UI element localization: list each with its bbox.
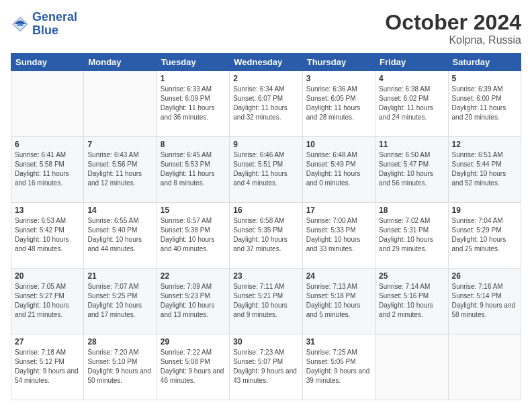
day-info: Sunrise: 7:07 AM Sunset: 5:25 PM Dayligh…	[87, 282, 152, 320]
day-number: 21	[87, 271, 152, 281]
day-info: Sunrise: 7:22 AM Sunset: 5:08 PM Dayligh…	[161, 348, 226, 385]
day-info: Sunrise: 7:05 AM Sunset: 5:27 PM Dayligh…	[15, 282, 80, 320]
calendar-cell: 26Sunrise: 7:16 AM Sunset: 5:14 PM Dayli…	[448, 269, 521, 334]
calendar-cell: 9Sunrise: 6:46 AM Sunset: 5:51 PM Daylig…	[230, 137, 302, 203]
day-number: 14	[87, 205, 152, 215]
day-number: 4	[379, 74, 444, 83]
day-number: 30	[233, 337, 298, 347]
day-number: 18	[379, 205, 444, 215]
calendar-cell	[375, 334, 448, 400]
day-info: Sunrise: 6:55 AM Sunset: 5:40 PM Dayligh…	[87, 216, 152, 254]
page: General Blue October 2024 Kolpna, Russia…	[0, 0, 532, 411]
day-number: 26	[452, 271, 517, 281]
calendar-cell: 15Sunrise: 6:57 AM Sunset: 5:38 PM Dayli…	[157, 203, 229, 269]
calendar-cell	[84, 71, 157, 137]
calendar-week-row: 27Sunrise: 7:18 AM Sunset: 5:12 PM Dayli…	[11, 334, 521, 400]
calendar-cell: 23Sunrise: 7:11 AM Sunset: 5:21 PM Dayli…	[230, 269, 302, 334]
calendar-cell: 30Sunrise: 7:23 AM Sunset: 5:07 PM Dayli…	[230, 334, 302, 400]
day-info: Sunrise: 6:53 AM Sunset: 5:42 PM Dayligh…	[15, 216, 80, 254]
day-number: 24	[306, 271, 371, 281]
day-info: Sunrise: 6:39 AM Sunset: 6:00 PM Dayligh…	[452, 85, 517, 122]
calendar-week-row: 13Sunrise: 6:53 AM Sunset: 5:42 PM Dayli…	[11, 203, 521, 269]
day-info: Sunrise: 6:48 AM Sunset: 5:49 PM Dayligh…	[306, 150, 371, 188]
day-number: 5	[452, 74, 517, 83]
day-info: Sunrise: 7:00 AM Sunset: 5:33 PM Dayligh…	[306, 216, 371, 254]
calendar-cell: 17Sunrise: 7:00 AM Sunset: 5:33 PM Dayli…	[302, 203, 375, 269]
day-info: Sunrise: 6:33 AM Sunset: 6:09 PM Dayligh…	[161, 85, 226, 122]
logo-icon	[11, 15, 30, 34]
calendar-day-header: Monday	[84, 54, 157, 71]
calendar-cell: 3Sunrise: 6:36 AM Sunset: 6:05 PM Daylig…	[302, 71, 375, 137]
day-info: Sunrise: 6:51 AM Sunset: 5:44 PM Dayligh…	[452, 150, 517, 188]
month-title: October 2024	[385, 11, 521, 34]
day-info: Sunrise: 7:02 AM Sunset: 5:31 PM Dayligh…	[379, 216, 444, 254]
day-number: 1	[161, 74, 226, 83]
calendar-table: SundayMondayTuesdayWednesdayThursdayFrid…	[11, 53, 521, 400]
calendar-cell: 22Sunrise: 7:09 AM Sunset: 5:23 PM Dayli…	[157, 269, 229, 334]
day-number: 28	[87, 337, 152, 347]
day-info: Sunrise: 6:34 AM Sunset: 6:07 PM Dayligh…	[233, 85, 298, 122]
calendar-cell: 21Sunrise: 7:07 AM Sunset: 5:25 PM Dayli…	[84, 269, 157, 334]
day-info: Sunrise: 7:25 AM Sunset: 5:05 PM Dayligh…	[306, 348, 371, 385]
logo-line1: General	[32, 11, 77, 24]
calendar-cell: 27Sunrise: 7:18 AM Sunset: 5:12 PM Dayli…	[11, 334, 84, 400]
day-info: Sunrise: 6:36 AM Sunset: 6:05 PM Dayligh…	[306, 85, 371, 122]
day-info: Sunrise: 6:45 AM Sunset: 5:53 PM Dayligh…	[161, 150, 226, 188]
day-number: 10	[306, 140, 371, 149]
calendar-cell: 7Sunrise: 6:43 AM Sunset: 5:56 PM Daylig…	[84, 137, 157, 203]
calendar-cell: 14Sunrise: 6:55 AM Sunset: 5:40 PM Dayli…	[84, 203, 157, 269]
day-number: 31	[306, 337, 371, 347]
day-number: 23	[233, 271, 298, 281]
day-number: 20	[15, 271, 80, 281]
day-info: Sunrise: 6:43 AM Sunset: 5:56 PM Dayligh…	[87, 150, 152, 188]
calendar-cell: 20Sunrise: 7:05 AM Sunset: 5:27 PM Dayli…	[11, 269, 84, 334]
calendar-cell: 28Sunrise: 7:20 AM Sunset: 5:10 PM Dayli…	[84, 334, 157, 400]
calendar-cell: 4Sunrise: 6:38 AM Sunset: 6:02 PM Daylig…	[375, 71, 448, 137]
day-info: Sunrise: 7:18 AM Sunset: 5:12 PM Dayligh…	[15, 348, 80, 385]
day-number: 17	[306, 205, 371, 215]
calendar-week-row: 1Sunrise: 6:33 AM Sunset: 6:09 PM Daylig…	[11, 71, 521, 137]
day-info: Sunrise: 6:58 AM Sunset: 5:35 PM Dayligh…	[233, 216, 298, 254]
day-info: Sunrise: 7:16 AM Sunset: 5:14 PM Dayligh…	[452, 282, 517, 320]
day-number: 8	[161, 140, 226, 149]
calendar-cell: 31Sunrise: 7:25 AM Sunset: 5:05 PM Dayli…	[302, 334, 375, 400]
day-info: Sunrise: 7:04 AM Sunset: 5:29 PM Dayligh…	[452, 216, 517, 254]
day-info: Sunrise: 6:38 AM Sunset: 6:02 PM Dayligh…	[379, 85, 444, 122]
calendar-cell: 13Sunrise: 6:53 AM Sunset: 5:42 PM Dayli…	[11, 203, 84, 269]
day-number: 25	[379, 271, 444, 281]
day-number: 13	[15, 205, 80, 215]
day-number: 12	[452, 140, 517, 149]
day-info: Sunrise: 6:57 AM Sunset: 5:38 PM Dayligh…	[161, 216, 226, 254]
day-number: 3	[306, 74, 371, 83]
calendar-cell: 24Sunrise: 7:13 AM Sunset: 5:18 PM Dayli…	[302, 269, 375, 334]
day-number: 29	[161, 337, 226, 347]
calendar-day-header: Sunday	[11, 54, 84, 71]
day-number: 16	[233, 205, 298, 215]
calendar-cell: 6Sunrise: 6:41 AM Sunset: 5:58 PM Daylig…	[11, 137, 84, 203]
calendar-cell	[11, 71, 84, 137]
calendar-week-row: 20Sunrise: 7:05 AM Sunset: 5:27 PM Dayli…	[11, 269, 521, 334]
day-info: Sunrise: 7:23 AM Sunset: 5:07 PM Dayligh…	[233, 348, 298, 385]
calendar-cell: 19Sunrise: 7:04 AM Sunset: 5:29 PM Dayli…	[448, 203, 521, 269]
day-info: Sunrise: 7:09 AM Sunset: 5:23 PM Dayligh…	[161, 282, 226, 320]
day-info: Sunrise: 6:46 AM Sunset: 5:51 PM Dayligh…	[233, 150, 298, 188]
calendar-cell: 10Sunrise: 6:48 AM Sunset: 5:49 PM Dayli…	[302, 137, 375, 203]
calendar-cell: 29Sunrise: 7:22 AM Sunset: 5:08 PM Dayli…	[157, 334, 229, 400]
day-number: 27	[15, 337, 80, 347]
day-info: Sunrise: 6:50 AM Sunset: 5:47 PM Dayligh…	[379, 150, 444, 188]
day-number: 9	[233, 140, 298, 149]
day-number: 6	[15, 140, 80, 149]
day-number: 19	[452, 205, 517, 215]
location-subtitle: Kolpna, Russia	[385, 34, 521, 46]
calendar-header-row: SundayMondayTuesdayWednesdayThursdayFrid…	[11, 54, 521, 71]
calendar-cell: 8Sunrise: 6:45 AM Sunset: 5:53 PM Daylig…	[157, 137, 229, 203]
day-number: 15	[161, 205, 226, 215]
logo-text: General Blue	[32, 11, 77, 38]
calendar-cell	[448, 334, 521, 400]
calendar-day-header: Thursday	[302, 54, 375, 71]
day-info: Sunrise: 7:20 AM Sunset: 5:10 PM Dayligh…	[87, 348, 152, 385]
calendar-cell: 2Sunrise: 6:34 AM Sunset: 6:07 PM Daylig…	[230, 71, 302, 137]
logo: General Blue	[11, 11, 77, 38]
day-info: Sunrise: 6:41 AM Sunset: 5:58 PM Dayligh…	[15, 150, 80, 188]
calendar-cell: 11Sunrise: 6:50 AM Sunset: 5:47 PM Dayli…	[375, 137, 448, 203]
